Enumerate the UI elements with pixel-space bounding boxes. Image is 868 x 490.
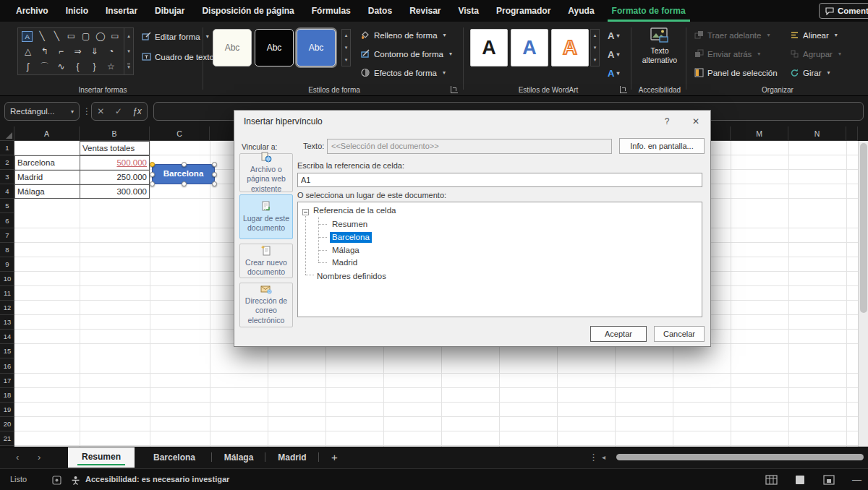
dialog-help-button[interactable]: ? bbox=[658, 111, 676, 132]
row-header[interactable]: 8 bbox=[0, 243, 14, 257]
menu-tab-formulas[interactable]: Fórmulas bbox=[303, 0, 359, 22]
select-all-corner[interactable] bbox=[0, 126, 14, 141]
cancel-button[interactable]: Cancelar bbox=[654, 326, 705, 342]
page-break-view-icon[interactable] bbox=[823, 475, 835, 488]
row-header[interactable]: 3 bbox=[0, 170, 14, 184]
confirm-entry-icon[interactable]: ✓ bbox=[115, 106, 122, 116]
accessibility-person-icon[interactable] bbox=[71, 475, 80, 488]
macro-record-icon[interactable] bbox=[52, 475, 61, 488]
scroll-up-icon[interactable]: ▴ bbox=[127, 33, 130, 39]
shapes-gallery-scrollbar[interactable]: ▴ ▾ ▾ bbox=[124, 27, 134, 75]
comments-button[interactable]: Comentarios bbox=[819, 3, 868, 19]
shape-glyph-icon[interactable]: ∿ bbox=[53, 59, 69, 74]
gallery-more-icon[interactable]: ▾ bbox=[594, 57, 597, 63]
row-header[interactable]: 11 bbox=[0, 286, 14, 301]
insert-function-icon[interactable]: ƒx bbox=[132, 106, 142, 116]
normal-view-icon[interactable] bbox=[765, 475, 778, 488]
menu-tab-dibujar[interactable]: Dibujar bbox=[146, 0, 193, 22]
wordart-thumb-orange-outline[interactable]: A bbox=[551, 29, 589, 66]
row-header[interactable]: 12 bbox=[0, 301, 14, 315]
sheet-tab-barcelona[interactable]: Barcelona bbox=[142, 447, 207, 468]
sheet-tab-resumen-active[interactable]: Resumen bbox=[68, 447, 135, 468]
shape-glyph-icon[interactable]: ⌐ bbox=[53, 44, 69, 59]
resize-handle-top[interactable] bbox=[182, 162, 187, 167]
cell-B4[interactable]: 300.000 bbox=[80, 184, 150, 199]
wordart-thumb-blue[interactable]: A bbox=[511, 29, 548, 66]
cancel-entry-icon[interactable]: ✕ bbox=[97, 106, 104, 116]
row-header[interactable]: 14 bbox=[0, 330, 14, 344]
cell-B3[interactable]: 250.000 bbox=[80, 170, 150, 184]
vertical-scrollbar-thumb[interactable] bbox=[860, 143, 867, 313]
menu-tab-ayuda[interactable]: Ayuda bbox=[559, 0, 603, 22]
barcelona-shape[interactable]: Barcelona bbox=[152, 164, 215, 184]
column-header[interactable]: B bbox=[80, 126, 150, 141]
link-to-email-address[interactable]: @ Dirección de correo electrónico bbox=[239, 283, 293, 327]
row-header[interactable]: 6 bbox=[0, 214, 14, 228]
shape-effects-button[interactable]: Efectos de forma ▾ bbox=[360, 68, 446, 77]
text-box-shape-icon[interactable]: A bbox=[22, 31, 33, 42]
menu-tab-insertar[interactable]: Insertar bbox=[97, 0, 146, 22]
shape-glyph-icon[interactable]: ↰ bbox=[36, 44, 53, 59]
row-header[interactable]: 21 bbox=[0, 431, 14, 446]
adjust-handle[interactable] bbox=[150, 162, 155, 167]
menu-tab-revisar[interactable]: Revisar bbox=[401, 0, 449, 22]
menu-tab-inicio[interactable]: Inicio bbox=[57, 0, 97, 22]
cell-A2[interactable]: Barcelona bbox=[14, 155, 80, 170]
tree-item-malaga[interactable]: Málaga bbox=[330, 245, 362, 256]
text-outline-button[interactable]: A ▾ bbox=[608, 49, 619, 60]
document-places-tree[interactable]: Referencia de la celda Resumen Barcelona… bbox=[297, 202, 702, 317]
tree-root-label[interactable]: Referencia de la celda bbox=[313, 206, 396, 215]
shape-glyph-icon[interactable]: ◔ bbox=[103, 44, 119, 59]
shape-outline-button[interactable]: Contorno de forma ▾ bbox=[360, 49, 452, 59]
row-header[interactable]: 7 bbox=[0, 228, 14, 243]
column-header[interactable]: C bbox=[150, 126, 210, 141]
row-header[interactable]: 1 bbox=[0, 141, 14, 155]
link-to-existing-file[interactable]: Archivo o página web existente bbox=[239, 153, 293, 192]
scroll-up-icon[interactable]: ▴ bbox=[345, 33, 348, 38]
gallery-more-icon[interactable]: ▾ bbox=[127, 64, 130, 70]
row-header[interactable]: 5 bbox=[0, 199, 14, 213]
add-sheet-button[interactable]: + bbox=[331, 447, 338, 468]
rotate-button[interactable]: Girar ▾ bbox=[790, 68, 830, 77]
cell-B2[interactable]: 500.000 bbox=[80, 155, 150, 170]
row-header[interactable]: 17 bbox=[0, 374, 14, 388]
row-header[interactable]: 20 bbox=[0, 417, 14, 431]
accept-button[interactable]: Aceptar bbox=[590, 326, 647, 342]
row-header[interactable]: 4 bbox=[0, 184, 14, 199]
shape-style-thumb-blue-selected[interactable]: Abc bbox=[297, 29, 336, 66]
cell-A3[interactable]: Madrid bbox=[14, 170, 80, 184]
shape-glyph-icon[interactable]: ⇓ bbox=[86, 44, 103, 59]
align-button[interactable]: Alinear ▾ bbox=[790, 30, 838, 40]
dialog-close-button[interactable]: ✕ bbox=[686, 111, 705, 132]
link-to-new-document[interactable]: Crear nuevo documento bbox=[239, 244, 293, 278]
text-fill-button[interactable]: A ▾ bbox=[608, 30, 619, 41]
tab-scroll-right-icon[interactable]: › bbox=[38, 447, 41, 468]
shape-glyph-icon[interactable]: ⇒ bbox=[69, 44, 86, 59]
scroll-down-icon[interactable]: ▾ bbox=[127, 48, 130, 54]
name-box[interactable]: Rectángul... ▾ bbox=[4, 102, 80, 121]
row-header[interactable]: 15 bbox=[0, 344, 14, 358]
cell-A4[interactable]: Málaga bbox=[14, 184, 80, 199]
shape-glyph-icon[interactable]: ☆ bbox=[103, 59, 119, 74]
shape-glyph-icon[interactable]: ◯ bbox=[93, 29, 108, 44]
hscroll-left-icon[interactable]: ◂ bbox=[602, 447, 605, 468]
wordart-thumb-black[interactable]: A bbox=[470, 29, 508, 66]
scroll-up-icon[interactable]: ▴ bbox=[594, 33, 597, 38]
menu-tab-archivo[interactable]: Archivo bbox=[7, 0, 57, 22]
column-header[interactable] bbox=[846, 126, 858, 141]
menu-tab-programador[interactable]: Programador bbox=[488, 0, 559, 22]
row-header[interactable]: 13 bbox=[0, 315, 14, 330]
cell-reference-input[interactable] bbox=[297, 173, 702, 187]
sheet-tab-madrid[interactable]: Madrid bbox=[269, 447, 315, 468]
wordart-scrollbar[interactable]: ▴ ▾ ▾ bbox=[590, 29, 600, 66]
tab-scroll-left-icon[interactable]: ‹ bbox=[16, 447, 19, 468]
edit-shape-button[interactable]: Editar forma ▾ bbox=[142, 32, 209, 41]
column-header[interactable]: N bbox=[788, 126, 846, 141]
horizontal-scrollbar-thumb[interactable] bbox=[616, 454, 864, 460]
gallery-more-icon[interactable]: ▾ bbox=[345, 57, 348, 63]
shape-glyph-icon[interactable]: ʃ bbox=[20, 59, 36, 74]
shape-glyph-icon[interactable]: ▭ bbox=[108, 29, 122, 44]
shape-glyph-icon[interactable]: ╲ bbox=[49, 29, 64, 44]
scroll-down-icon[interactable]: ▾ bbox=[345, 45, 348, 51]
tree-item-madrid[interactable]: Madrid bbox=[330, 257, 359, 268]
